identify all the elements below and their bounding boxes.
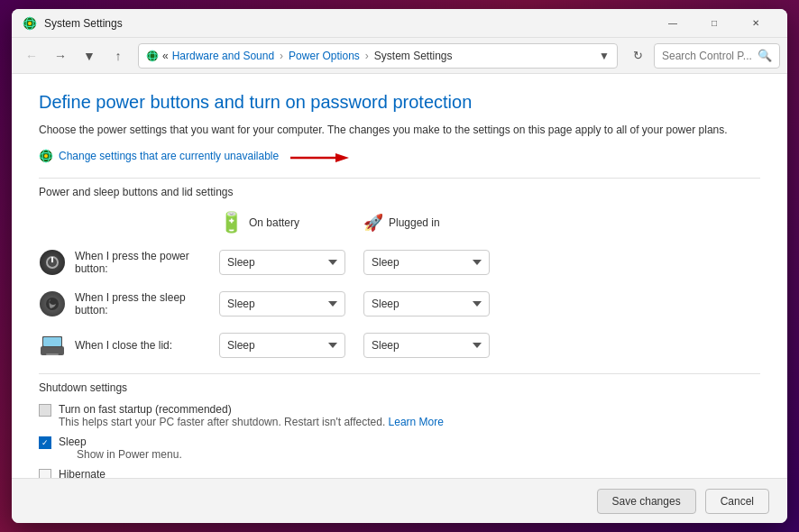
dropdown-button[interactable]: ▼ xyxy=(77,43,102,69)
titlebar: System Settings — □ ✕ xyxy=(12,9,787,38)
lid-close-selects: Sleep Hibernate Shut down Turn off the d… xyxy=(219,333,490,358)
sleep-sub-text: Show in Power menu. xyxy=(77,448,182,461)
power-button-battery-select[interactable]: Sleep Hibernate Shut down Turn off the d… xyxy=(219,250,345,275)
power-symbol-icon xyxy=(45,255,60,270)
forward-button[interactable]: → xyxy=(48,43,73,69)
red-arrow-indicator xyxy=(286,149,349,167)
fast-startup-text: Turn on fast startup (recommended) This … xyxy=(59,403,444,428)
sleep-button-icon xyxy=(39,290,66,317)
address-globe-icon xyxy=(146,50,159,62)
power-button-icon xyxy=(39,249,66,276)
fast-startup-checkbox[interactable] xyxy=(39,404,51,417)
divider-2 xyxy=(39,373,760,374)
hibernate-label: Hibernate xyxy=(59,468,106,478)
power-table-header: 🔋 On battery 🚀 Plugged in xyxy=(219,211,760,234)
lid-close-plugged-select[interactable]: Sleep Hibernate Shut down Turn off the d… xyxy=(363,333,490,358)
description: Choose the power settings that you want … xyxy=(39,122,760,138)
lid-close-icon xyxy=(39,332,66,359)
change-settings-link[interactable]: Change settings that are currently unava… xyxy=(39,149,279,163)
minimize-button[interactable]: — xyxy=(652,9,693,38)
power-button-row: When I press the power button: Sleep Hib… xyxy=(39,249,760,276)
fast-startup-option: Turn on fast startup (recommended) This … xyxy=(39,403,760,428)
back-button[interactable]: ← xyxy=(19,43,44,69)
fast-startup-desc: This helps start your PC faster after sh… xyxy=(59,416,444,428)
sleep-button-battery-select[interactable]: Sleep Hibernate Shut down Turn off the d… xyxy=(219,291,345,316)
shield-icon xyxy=(39,149,53,163)
close-button[interactable]: ✕ xyxy=(735,9,776,38)
address-bar[interactable]: « Hardware and Sound › Power Options › S… xyxy=(138,43,618,69)
sleep-button-label: When I press the sleep button: xyxy=(39,290,219,317)
svg-point-10 xyxy=(44,154,48,158)
sleep-button-plugged-select[interactable]: Sleep Hibernate Shut down Turn off the d… xyxy=(363,291,490,316)
change-settings-label: Change settings that are currently unava… xyxy=(59,150,279,162)
svg-point-3 xyxy=(28,22,32,25)
lid-close-battery-select[interactable]: Sleep Hibernate Shut down Turn off the d… xyxy=(219,333,345,358)
footer: Save changes Cancel xyxy=(12,478,787,523)
up-button[interactable]: ↑ xyxy=(106,43,131,69)
divider-1 xyxy=(39,178,760,179)
section1-title: Power and sleep buttons and lid settings xyxy=(39,186,760,198)
cancel-button[interactable]: Cancel xyxy=(705,489,769,514)
column-battery-label: On battery xyxy=(249,216,299,229)
breadcrumb-sep2: › xyxy=(365,50,369,62)
breadcrumb-current: System Settings xyxy=(374,50,453,62)
breadcrumb-hardware[interactable]: Hardware and Sound xyxy=(172,50,274,62)
sleep-button-row-label: When I press the sleep button: xyxy=(75,291,219,316)
learn-more-link[interactable]: Learn More xyxy=(389,416,444,428)
hibernate-checkbox[interactable] xyxy=(39,469,51,478)
svg-point-15 xyxy=(46,298,59,310)
power-button-row-label: When I press the power button: xyxy=(75,250,219,275)
svg-rect-19 xyxy=(46,353,59,355)
sleep-button-selects: Sleep Hibernate Shut down Turn off the d… xyxy=(219,291,490,316)
battery-icon: 🔋 xyxy=(219,211,243,234)
window-controls: — □ ✕ xyxy=(652,9,776,38)
column-header-battery: 🔋 On battery xyxy=(219,211,363,234)
address-dropdown-icon[interactable]: ▼ xyxy=(599,50,610,62)
svg-marker-12 xyxy=(335,153,349,162)
search-icon: 🔍 xyxy=(758,49,772,62)
power-button-plugged-select[interactable]: Sleep Hibernate Shut down Turn off the d… xyxy=(363,250,490,275)
lid-close-label: When I close the lid: xyxy=(39,332,219,359)
hibernate-option: Hibernate xyxy=(39,468,760,478)
app-icon xyxy=(23,16,37,31)
maximize-button[interactable]: □ xyxy=(693,9,735,38)
hibernate-text: Hibernate xyxy=(59,468,106,478)
sleep-symbol-icon xyxy=(45,297,60,311)
fast-startup-label: Turn on fast startup (recommended) xyxy=(59,403,444,416)
search-input[interactable] xyxy=(662,50,754,62)
breadcrumb-sep1: › xyxy=(280,50,283,62)
lid-close-row-label: When I close the lid: xyxy=(75,339,172,352)
shutdown-title: Shutdown settings xyxy=(39,381,760,394)
window-title: System Settings xyxy=(44,17,652,30)
sleep-text: Sleep Show in Power menu. xyxy=(59,436,182,461)
sleep-option: Sleep Show in Power menu. xyxy=(39,436,760,461)
breadcrumb-prefix: « xyxy=(162,50,169,62)
breadcrumb-power-options[interactable]: Power Options xyxy=(289,50,360,62)
sleep-option-label: Sleep xyxy=(59,436,182,448)
save-button[interactable]: Save changes xyxy=(597,489,696,514)
main-window: System Settings — □ ✕ ← → ▼ ↑ « Hardware… xyxy=(12,9,787,523)
svg-rect-18 xyxy=(43,337,61,346)
laptop-lid-icon xyxy=(39,334,66,357)
power-button-selects: Sleep Hibernate Shut down Turn off the d… xyxy=(219,250,490,275)
navbar: ← → ▼ ↑ « Hardware and Sound › Power Opt… xyxy=(12,38,787,74)
power-button-label: When I press the power button: xyxy=(39,249,219,276)
lid-close-row: When I close the lid: Sleep Hibernate Sh… xyxy=(39,332,760,359)
column-header-plugged: 🚀 Plugged in xyxy=(363,213,508,233)
svg-point-4 xyxy=(147,50,158,61)
main-content: Define power buttons and turn on passwor… xyxy=(12,74,787,478)
sleep-button-row: When I press the sleep button: Sleep Hib… xyxy=(39,290,760,317)
pluggedin-icon: 🚀 xyxy=(363,213,383,233)
sleep-checkbox[interactable] xyxy=(39,436,51,449)
page-heading: Define power buttons and turn on passwor… xyxy=(39,92,760,113)
search-bar[interactable]: 🔍 xyxy=(654,43,780,69)
refresh-button[interactable]: ↻ xyxy=(625,43,650,69)
column-pluggedin-label: Plugged in xyxy=(389,216,440,229)
